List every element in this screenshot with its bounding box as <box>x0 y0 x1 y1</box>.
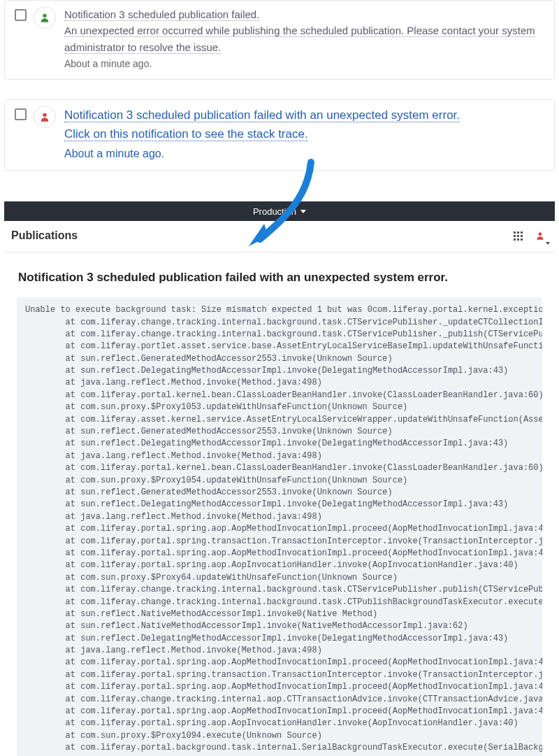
user-menu[interactable] <box>532 228 548 243</box>
apps-grid-icon[interactable] <box>514 231 523 241</box>
user-icon <box>39 12 50 23</box>
avatar <box>34 6 56 29</box>
notification-time: About a minute ago. <box>64 58 547 69</box>
user-icon <box>535 231 545 241</box>
notification-title[interactable]: Notification 3 scheduled publication fai… <box>64 108 460 122</box>
page-title: Publications <box>11 229 78 242</box>
svg-point-0 <box>43 14 46 17</box>
select-checkbox[interactable] <box>15 9 27 21</box>
svg-point-1 <box>43 113 46 116</box>
page-actions <box>514 228 548 243</box>
notification-body: Notification 3 scheduled publication fai… <box>64 106 547 160</box>
notification-body: Notification 3 scheduled publication fai… <box>64 6 547 69</box>
notification-subtitle[interactable]: An unexpected error occurred while publi… <box>64 24 535 53</box>
checkbox-wrap <box>12 106 34 122</box>
svg-point-3 <box>539 232 542 236</box>
publication-detail: Notification 3 scheduled publication fai… <box>4 268 555 756</box>
notification-subtitle[interactable]: Click on this notification to see the st… <box>64 127 308 141</box>
notification-item[interactable]: Notification 3 scheduled publication fai… <box>4 0 555 80</box>
arrow-icon <box>245 157 321 255</box>
svg-marker-2 <box>249 224 268 246</box>
stack-trace[interactable]: Unable to execute background task: Size … <box>17 297 542 756</box>
user-icon <box>39 111 50 122</box>
select-checkbox[interactable] <box>15 108 27 120</box>
detail-title: Notification 3 scheduled publication fai… <box>17 268 542 297</box>
checkbox-wrap <box>12 6 34 23</box>
notification-title[interactable]: Notification 3 scheduled publication fai… <box>64 8 259 21</box>
avatar <box>34 106 56 128</box>
